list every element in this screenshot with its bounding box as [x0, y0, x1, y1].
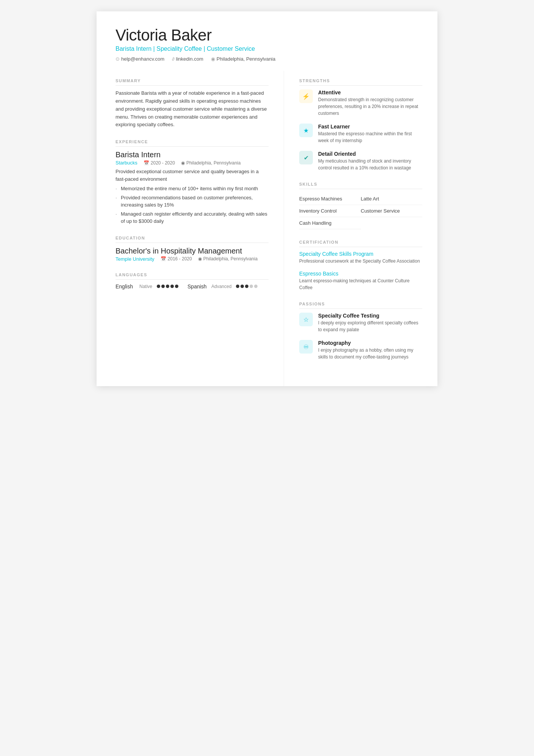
skill-latteart: Latte Art [361, 193, 423, 205]
experience-label: EXPERIENCE [116, 139, 269, 147]
job-title: Barista Intern [116, 150, 269, 159]
education-section: EDUCATION Bachelor's in Hospitality Mana… [116, 236, 269, 262]
location-icon: ◉ [211, 56, 215, 62]
skills-section: SKILLS Espresso Machines Latte Art Inven… [299, 182, 422, 229]
skill-customer: Customer Service [361, 205, 423, 217]
passion-photography: ♾ Photography I enjoy photography as a h… [299, 340, 422, 360]
dot [175, 285, 178, 288]
dot [245, 285, 248, 288]
cert-espresso-title: Espresso Basics [299, 271, 422, 277]
experience-section: EXPERIENCE Barista Intern Starbucks 📅 20… [116, 139, 269, 225]
resume-container: Victoria Baker Barista Intern | Speciali… [97, 11, 437, 386]
job-date: 📅 2020 - 2020 [144, 160, 175, 166]
strength-fastlearner-desc: Mastered the espresso machine within the… [318, 130, 422, 144]
linkedin-text: linkedin.com [176, 56, 203, 62]
education-label: EDUCATION [116, 236, 269, 243]
dot [240, 285, 244, 288]
calendar-icon: 📅 [144, 160, 149, 166]
lang-spanish-name: Spanish [187, 283, 208, 290]
email-contact: ⊙ help@enhancv.com [116, 56, 164, 62]
strength-attentive: ⚡ Attentive Demonstrated strength in rec… [299, 89, 422, 117]
company-row: Starbucks 📅 2020 - 2020 ◉ Philadelphia, … [116, 160, 269, 166]
strength-detailoriented-title: Detail Oriented [318, 151, 422, 157]
languages-row: English Native Spanish Advanced [116, 283, 269, 290]
job-location: ◉ Philadelphia, Pennsylvania [181, 160, 240, 166]
strengths-section: STRENGTHS ⚡ Attentive Demonstrated stren… [299, 78, 422, 171]
strength-attentive-desc: Demonstrated strength in recognizing cus… [318, 96, 422, 117]
linkedin-contact: ∂ linkedin.com [172, 56, 203, 62]
degree-title: Bachelor's in Hospitality Management [116, 247, 269, 255]
passion-coffee-icon: ☆ [299, 313, 313, 326]
skill-espresso: Espresso Machines [299, 193, 361, 205]
lang-english-name: English [116, 283, 136, 290]
strength-attentive-title: Attentive [318, 89, 422, 95]
job-bullets: Memorized the entire menu of 100+ items … [116, 185, 269, 225]
cert-espresso: Espresso Basics Learnt espresso-making t… [299, 271, 422, 291]
attentive-icon: ⚡ [299, 89, 313, 103]
passion-coffee-title: Specialty Coffee Testing [318, 313, 422, 319]
passion-coffee-content: Specialty Coffee Testing I deeply enjoy … [318, 313, 422, 333]
lang-spanish-dots [236, 285, 258, 288]
pin-icon: ◉ [181, 160, 185, 166]
candidate-name: Victoria Baker [116, 27, 418, 44]
bullet-3: Managed cash register efficiently and ac… [116, 210, 269, 225]
language-spanish: Spanish Advanced [187, 283, 258, 290]
email-icon: ⊙ [116, 56, 120, 62]
lang-english-dots [157, 285, 178, 288]
passion-photography-desc: I enjoy photography as a hobby, often us… [318, 347, 422, 360]
cert-specialty: Specialty Coffee Skills Program Professi… [299, 251, 422, 265]
strength-fastlearner-content: Fast Learner Mastered the espresso machi… [318, 124, 422, 144]
dot [161, 285, 165, 288]
strength-detailoriented-content: Detail Oriented My meticulous handling o… [318, 151, 422, 171]
link-icon: ∂ [172, 56, 174, 62]
language-english: English Native [116, 283, 178, 290]
passions-label: PASSIONS [299, 302, 422, 309]
strength-fastlearner: ★ Fast Learner Mastered the espresso mac… [299, 124, 422, 144]
summary-text: Passionate Barista with a year of notabl… [116, 89, 269, 129]
right-column: STRENGTHS ⚡ Attentive Demonstrated stren… [284, 71, 437, 386]
fastlearner-icon: ★ [299, 124, 313, 137]
dot [254, 285, 258, 288]
location-contact: ◉ Philadelphia, Pennsylvania [211, 56, 275, 62]
passion-coffee-desc: I deeply enjoy exploring different speci… [318, 319, 422, 333]
edu-pin-icon: ◉ [198, 256, 202, 261]
body-columns: SUMMARY Passionate Barista with a year o… [97, 71, 437, 386]
certification-label: CERTIFICATION [299, 240, 422, 247]
contact-row: ⊙ help@enhancv.com ∂ linkedin.com ◉ Phil… [116, 56, 418, 62]
detailoriented-icon: ✔ [299, 151, 313, 164]
languages-section: LANGUAGES English Native [116, 272, 269, 290]
certification-section: CERTIFICATION Specialty Coffee Skills Pr… [299, 240, 422, 291]
bullet-2: Provided recommendations based on custom… [116, 194, 269, 209]
languages-label: LANGUAGES [116, 272, 269, 280]
edu-calendar-icon: 📅 [161, 256, 166, 261]
cert-espresso-desc: Learnt espresso-making techniques at Cou… [299, 277, 422, 291]
lang-spanish-level: Advanced [211, 284, 231, 289]
location-text: Philadelphia, Pennsylvania [217, 56, 275, 62]
job-description: Provided exceptional customer service an… [116, 168, 269, 183]
dot [170, 285, 174, 288]
email-text: help@enhancv.com [121, 56, 164, 62]
dot [250, 285, 253, 288]
dot [166, 285, 169, 288]
passion-photography-icon: ♾ [299, 340, 313, 354]
school-name: Temple University [116, 256, 155, 262]
strength-detailoriented-desc: My meticulous handling of stock and inve… [318, 158, 422, 171]
strength-fastlearner-title: Fast Learner [318, 124, 422, 130]
skill-inventory: Inventory Control [299, 205, 361, 217]
candidate-title: Barista Intern | Speciality Coffee | Cus… [116, 45, 418, 52]
lang-english-level: Native [139, 284, 152, 289]
strength-attentive-content: Attentive Demonstrated strength in recog… [318, 89, 422, 117]
strength-detailoriented: ✔ Detail Oriented My meticulous handling… [299, 151, 422, 171]
passion-photography-title: Photography [318, 340, 422, 346]
strengths-label: STRENGTHS [299, 78, 422, 86]
cert-specialty-desc: Professional coursework at the Specialty… [299, 258, 422, 265]
skills-grid: Espresso Machines Latte Art Inventory Co… [299, 193, 422, 229]
passion-photography-content: Photography I enjoy photography as a hob… [318, 340, 422, 360]
passion-coffee: ☆ Specialty Coffee Testing I deeply enjo… [299, 313, 422, 333]
dot [157, 285, 160, 288]
edu-date: 📅 2016 - 2020 [161, 256, 192, 261]
skill-cash: Cash Handling [299, 217, 361, 229]
education-item: Bachelor's in Hospitality Management Tem… [116, 247, 269, 262]
skills-label: SKILLS [299, 182, 422, 189]
summary-label: SUMMARY [116, 78, 269, 86]
